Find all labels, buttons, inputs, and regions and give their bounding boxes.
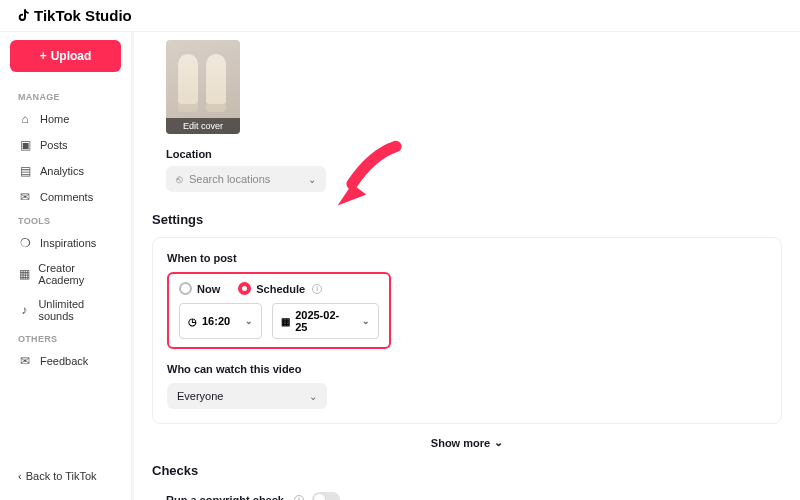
upload-button[interactable]: + Upload [10,40,121,72]
brand-logo: TikTok Studio [16,7,132,24]
location-placeholder: Search locations [189,173,270,185]
home-icon: ⌂ [18,112,32,126]
schedule-highlight: Now Schedule i ◷ 16:20 ⌄ ▦ [167,272,391,349]
tiktok-logo-icon [16,8,32,24]
privacy-select[interactable]: Everyone ⌄ [167,383,327,409]
info-icon: i [294,495,304,501]
posts-icon: ▣ [18,138,32,152]
date-select[interactable]: ▦ 2025-02-25 ⌄ [272,303,379,339]
location-select[interactable]: ⎋ Search locations ⌄ [166,166,326,192]
chevron-down-icon: ⌄ [362,316,370,326]
video-cover-thumbnail[interactable]: Edit cover [166,40,240,134]
checks-title: Checks [152,463,782,478]
sidebar-item-inspirations[interactable]: ❍Inspirations [10,230,121,256]
academy-icon: ▦ [18,267,30,281]
info-icon: i [312,284,322,294]
sidebar-item-sounds[interactable]: ♪Unlimited sounds [10,292,121,328]
calendar-icon: ▦ [281,316,290,327]
sidebar-item-comments[interactable]: ✉Comments [10,184,121,210]
section-others-label: OTHERS [18,334,113,344]
sidebar-item-academy[interactable]: ▦Creator Academy [10,256,121,292]
back-to-tiktok-link[interactable]: ‹ Back to TikTok [10,462,121,490]
settings-card: When to post Now Schedule i ◷ [152,237,782,424]
copyright-check-label: Run a copyright check [166,494,284,501]
edit-cover-button[interactable]: Edit cover [166,118,240,134]
analytics-icon: ▤ [18,164,32,178]
radio-schedule[interactable]: Schedule i [238,282,322,295]
section-manage-label: MANAGE [18,92,113,102]
privacy-label: Who can watch this video [167,363,767,375]
section-tools-label: TOOLS [18,216,113,226]
when-to-post-label: When to post [167,252,767,264]
feedback-icon: ✉ [18,354,32,368]
chevron-down-icon: ⌄ [309,391,317,402]
sidebar-item-home[interactable]: ⌂Home [10,106,121,132]
sidebar: + Upload MANAGE ⌂Home ▣Posts ▤Analytics … [0,0,132,500]
radio-on-icon [238,282,251,295]
sidebar-item-posts[interactable]: ▣Posts [10,132,121,158]
sidebar-item-analytics[interactable]: ▤Analytics [10,158,121,184]
main-content: Edit cover Location ⎋ Search locations ⌄… [134,0,800,500]
sidebar-item-feedback[interactable]: ✉Feedback [10,348,121,374]
settings-title: Settings [152,212,782,227]
chevron-left-icon: ‹ [18,470,22,482]
radio-off-icon [179,282,192,295]
comments-icon: ✉ [18,190,32,204]
copyright-toggle[interactable] [312,492,340,500]
inspirations-icon: ❍ [18,236,32,250]
radio-now[interactable]: Now [179,282,220,295]
chevron-down-icon: ⌄ [308,174,316,185]
chevron-down-icon: ⌄ [494,436,503,449]
clock-icon: ◷ [188,316,197,327]
location-pin-icon: ⎋ [176,173,183,185]
location-label: Location [166,148,782,160]
time-select[interactable]: ◷ 16:20 ⌄ [179,303,262,339]
chevron-down-icon: ⌄ [245,316,253,326]
sounds-icon: ♪ [18,303,30,317]
plus-icon: + [40,49,47,63]
show-more-button[interactable]: Show more ⌄ [152,436,782,449]
